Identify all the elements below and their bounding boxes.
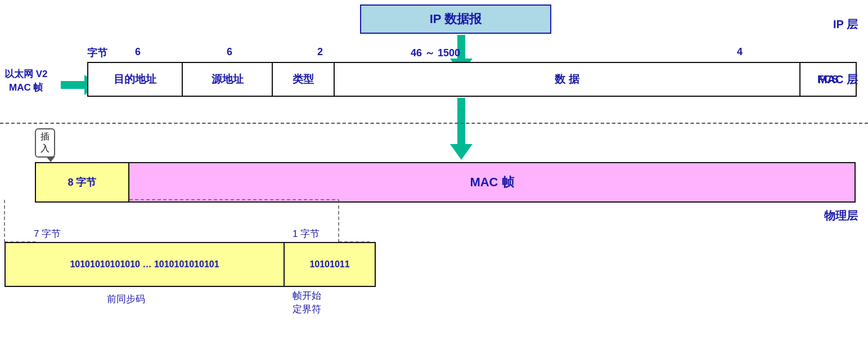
physical-mac: MAC 帧	[129, 162, 856, 203]
physical-bar: 8 字节 MAC 帧	[35, 162, 856, 203]
preamble-start-line2: 定界符	[293, 304, 321, 315]
preamble-start-line1: 帧开始	[293, 290, 321, 301]
preamble-1byte-label: 1 字节	[293, 227, 320, 240]
preamble-detail-left: 10101010101010 … 1010101010101	[6, 243, 285, 286]
num-data: 46 ～ 1500	[411, 46, 460, 60]
arrow-shaft2	[457, 98, 465, 144]
mac-layer-label: MAC 层	[818, 72, 858, 87]
physical-layer-label: 物理层	[824, 208, 858, 223]
eth-label-line2: MAC 帧	[9, 82, 43, 93]
eth-label-line1: 以太网 V2	[5, 69, 48, 79]
arrow-mac-to-physical	[450, 98, 473, 160]
physical-preamble: 8 字节	[35, 162, 129, 203]
num-fcs: 4	[737, 46, 743, 58]
mac-cell-dest: 目的地址	[87, 62, 183, 97]
byte-header: 字节	[87, 46, 107, 60]
dashed-separator	[0, 123, 868, 124]
num-type: 2	[317, 46, 323, 58]
preamble-detail-right: 10101011	[285, 243, 375, 286]
eth-v2-label: 以太网 V2 MAC 帧	[5, 68, 48, 95]
preamble-detail-box: 10101010101010 … 1010101010101 10101011	[5, 242, 376, 287]
preamble-start-label: 帧开始 定界符	[293, 289, 321, 316]
arrow-head2	[450, 144, 473, 160]
eth-arrow-shaft	[61, 81, 84, 89]
dashed-connector-right	[97, 200, 378, 245]
ip-layer-label: IP 层	[833, 17, 858, 32]
mac-cell-src: 源地址	[183, 62, 273, 97]
mac-cell-data: 数 据	[335, 62, 800, 97]
insert-tooltip: 插入	[35, 128, 55, 158]
mac-frame-row: 目的地址 源地址 类型 数 据 FCS	[87, 62, 857, 97]
preamble-7bytes-label: 7 字节	[34, 227, 61, 240]
mac-cell-type: 类型	[273, 62, 335, 97]
num-dest: 6	[135, 46, 141, 58]
preamble-sync-label: 前同步码	[107, 293, 145, 306]
ip-datagram-box: IP 数据报	[360, 5, 551, 34]
num-src: 6	[227, 46, 232, 58]
